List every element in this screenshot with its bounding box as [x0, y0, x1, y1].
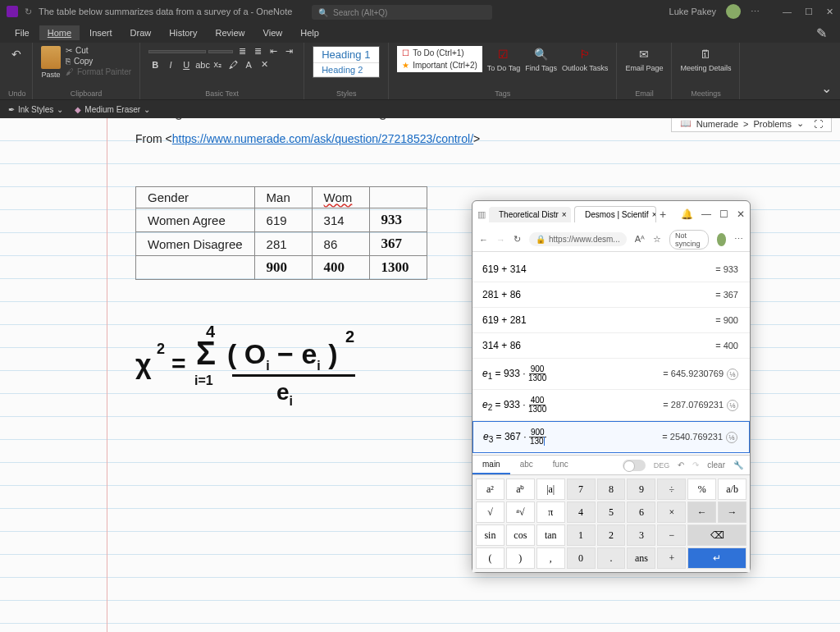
indent-button[interactable]: ⇥ [282, 46, 295, 57]
clear-format-button[interactable]: ✕ [258, 59, 271, 70]
bell-icon[interactable]: 🔔 [681, 208, 693, 220]
menu-help[interactable]: Help [292, 25, 327, 40]
key-pi[interactable]: π [536, 501, 565, 523]
profile-avatar[interactable] [717, 233, 726, 246]
sync-icon[interactable]: ↻ [25, 7, 32, 17]
key-0[interactable]: 0 [567, 547, 596, 569]
key-sqrt[interactable]: √ [476, 501, 504, 523]
ink-styles-button[interactable]: ✒Ink Styles⌄ [8, 105, 63, 114]
numbering-button[interactable]: ≣ [251, 46, 264, 57]
meeting-details-button[interactable]: 🗓Meeting Details [680, 46, 731, 72]
browser-close[interactable]: ✕ [737, 208, 745, 220]
bullets-button[interactable]: ≣ [235, 46, 249, 57]
desmos-window[interactable]: ▥ Theoretical Distr× Desmos | Scientif× … [472, 200, 751, 573]
copy-button[interactable]: ⎘ Copy [66, 57, 131, 66]
maximize-button[interactable]: ☐ [805, 7, 813, 17]
browser-maximize[interactable]: ☐ [719, 208, 728, 220]
key-abs[interactable]: |a| [536, 479, 565, 500]
refresh-button[interactable]: ↻ [514, 234, 521, 245]
breadcrumb[interactable]: 📖 Numerade > Problems ⌄ ⛶ [671, 118, 832, 132]
menu-view[interactable]: View [255, 25, 291, 40]
fullscreen-icon[interactable]: ⛶ [814, 119, 823, 129]
source-link[interactable]: https://www.numerade.com/ask/question/27… [172, 132, 473, 145]
tab-desmos[interactable]: Desmos | Scientif× [574, 206, 656, 222]
menu-insert[interactable]: Insert [81, 25, 121, 40]
avatar[interactable] [726, 4, 741, 19]
key-backspace[interactable]: ⌫ [687, 524, 746, 546]
reader-icon[interactable]: Aᴬ [635, 234, 645, 245]
expr-row[interactable]: 281 + 86= 367 [472, 282, 750, 308]
redo-key[interactable]: ↷ [692, 460, 699, 469]
key-cos[interactable]: cos [506, 524, 535, 546]
expr-row[interactable]: 619 + 314= 933 [472, 257, 750, 282]
menu-history[interactable]: History [161, 25, 205, 40]
key-add[interactable]: + [657, 547, 686, 569]
key-div[interactable]: ÷ [657, 479, 686, 500]
styles-gallery[interactable]: Heading 1 Heading 2 [313, 46, 380, 78]
highlight-button[interactable]: 🖍 [226, 60, 240, 70]
expr-row[interactable]: 314 + 86= 400 [472, 333, 750, 359]
search-input[interactable]: 🔍 Search (Alt+Q) [312, 5, 492, 20]
undo-button[interactable]: ↶ [8, 46, 24, 62]
browser-minimize[interactable]: — [701, 208, 711, 220]
medium-eraser-button[interactable]: ◆Medium Eraser⌄ [75, 105, 150, 114]
find-tags-button[interactable]: 🔍Find Tags [525, 46, 557, 72]
new-tab-button[interactable]: + [660, 208, 666, 221]
favorite-icon[interactable]: ☆ [653, 234, 661, 245]
menu-draw[interactable]: Draw [122, 25, 160, 40]
url-bar[interactable]: 🔒https://www.desm... [529, 232, 627, 246]
pen-mode-icon[interactable]: ✎ [816, 25, 833, 41]
settings-icon[interactable]: ⋯ [751, 7, 760, 17]
paste-button[interactable]: Paste [41, 46, 61, 79]
info-icon[interactable]: ⅛ [727, 400, 738, 411]
key-right[interactable]: → [718, 501, 746, 523]
key-9[interactable]: 9 [627, 479, 655, 500]
style-heading2[interactable]: Heading 2 [313, 63, 379, 77]
key-a2[interactable]: a² [476, 479, 504, 500]
key-pct[interactable]: % [687, 479, 716, 500]
key-tan[interactable]: tan [536, 524, 565, 546]
ribbon-collapse-icon[interactable]: ⌄ [821, 80, 832, 96]
key-nrt[interactable]: ⁿ√ [506, 501, 535, 523]
key-4[interactable]: 4 [567, 501, 596, 523]
bold-button[interactable]: B [148, 60, 162, 70]
strike-button[interactable]: abc [195, 60, 208, 70]
key-comma[interactable]: , [536, 547, 565, 569]
cut-button[interactable]: ✂ Cut [66, 46, 131, 55]
key-1[interactable]: 1 [567, 524, 596, 546]
close-button[interactable]: ✕ [826, 7, 833, 17]
menu-home[interactable]: Home [39, 25, 80, 40]
menu-review[interactable]: Review [208, 25, 253, 40]
key-dot[interactable]: . [597, 547, 626, 569]
style-heading1[interactable]: Heading 1 [313, 47, 379, 63]
key-frac[interactable]: a/b [718, 479, 746, 500]
tags-gallery[interactable]: ☐To Do (Ctrl+1) ★Important (Ctrl+2) [397, 46, 482, 72]
sidebar-icon[interactable]: ▥ [477, 209, 486, 220]
clear-button[interactable]: clear [707, 460, 725, 469]
email-page-button[interactable]: ✉Email Page [625, 46, 663, 72]
underline-button[interactable]: U [180, 60, 193, 70]
key-lpar[interactable]: ( [476, 547, 504, 569]
page-canvas[interactable]: 📖 Numerade > Problems ⌄ ⛶ who agree 619 … [0, 118, 840, 632]
key-3[interactable]: 3 [627, 524, 655, 546]
back-button[interactable]: ← [479, 235, 488, 245]
keypad-tab-main[interactable]: main [472, 456, 510, 474]
expr-row-e2[interactable]: e2 = 933 · 4001300 = 287.0769231⅛ [472, 390, 750, 421]
font-color-button[interactable]: A [242, 60, 255, 70]
key-2[interactable]: 2 [597, 524, 626, 546]
outlook-tasks-button[interactable]: 🏳Outlook Tasks [562, 46, 608, 72]
key-5[interactable]: 5 [597, 501, 626, 523]
wrench-icon[interactable]: 🔧 [733, 460, 743, 469]
italic-button[interactable]: I [164, 60, 177, 70]
format-painter-button[interactable]: 🖌 Format Painter [66, 67, 131, 76]
key-7[interactable]: 7 [567, 479, 596, 500]
keypad-tab-func[interactable]: func [543, 456, 578, 474]
minimize-button[interactable]: — [783, 7, 792, 17]
user-name[interactable]: Luke Pakey [669, 7, 716, 16]
info-icon[interactable]: ⅛ [727, 369, 738, 380]
deg-toggle[interactable] [623, 460, 646, 471]
sync-status[interactable]: Not syncing [669, 230, 709, 250]
info-icon[interactable]: ⅛ [726, 432, 737, 443]
key-rpar[interactable]: ) [506, 547, 535, 569]
key-enter[interactable]: ↵ [687, 547, 746, 569]
